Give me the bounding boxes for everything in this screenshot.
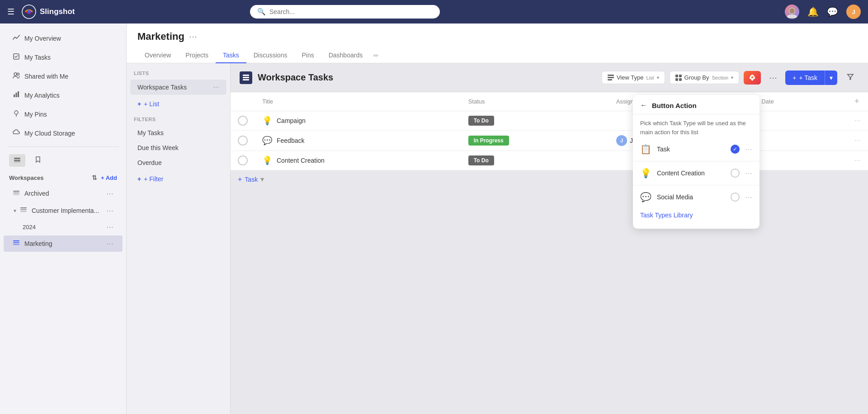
group-by-btn[interactable]: Group By Section ▾ (670, 71, 740, 84)
sidebar-item-shared-with-me[interactable]: Shared with Me (4, 67, 123, 85)
row-more-cell: ⋯ (847, 151, 868, 170)
task-option-icon: 📋 (640, 144, 651, 155)
bookmark-view-toggle[interactable] (30, 154, 46, 167)
filter-item-due-this-week[interactable]: Due this Week (130, 141, 226, 155)
add-task-row[interactable]: + Task ▾ (231, 170, 868, 188)
workspace-more-icon[interactable]: ⋯ (106, 189, 113, 198)
tab-overview[interactable]: Overview (137, 48, 178, 63)
tasks-title: Workspace Tasks (258, 72, 333, 83)
plus-icon: + (137, 175, 141, 183)
task-types-library-link[interactable]: Task Types Library (633, 207, 760, 223)
table-body: 💡 Campaign To Do ⋯ (231, 111, 868, 170)
workspace-more-icon[interactable]: ⋯ (106, 240, 113, 248)
svg-rect-16 (13, 193, 19, 193)
status-badge[interactable]: In Progress (468, 136, 509, 146)
chevron-down-icon[interactable]: ▾ (260, 175, 264, 183)
option-more-icon[interactable]: ⋯ (745, 169, 752, 178)
toolbar-more-btn[interactable]: ⋯ (765, 70, 781, 85)
list-item-workspace-tasks[interactable]: Workspace Tasks ⋯ (130, 80, 226, 95)
svg-rect-22 (13, 242, 19, 243)
status-badge[interactable]: To Do (468, 155, 494, 165)
layers-view-toggle[interactable] (9, 154, 25, 167)
sidebar-item-my-pins[interactable]: My Pins (4, 105, 123, 123)
workspace-more-icon[interactable]: ⋯ (106, 223, 113, 231)
add-col-icon[interactable]: + (854, 97, 859, 106)
workspace-item-marketing[interactable]: Marketing ⋯ (4, 235, 123, 252)
filter-label: My Tasks (137, 129, 164, 136)
dropdown-option-content-creation[interactable]: 💡 Content Creation ⋯ (633, 163, 760, 183)
edit-tabs-icon[interactable]: ✏ (373, 52, 379, 59)
task-checkbox[interactable] (238, 116, 248, 126)
view-type-btn[interactable]: View Type List ▾ (602, 71, 665, 84)
filter-item-overdue[interactable]: Overdue (130, 155, 226, 170)
workspace-sub-item-2024[interactable]: 2024 ⋯ (4, 220, 123, 235)
option-check-content-creation[interactable] (731, 169, 740, 178)
add-filter-btn[interactable]: + + Filter (130, 172, 226, 186)
task-title[interactable]: Campaign (277, 117, 306, 124)
task-type-icon: 💡 (262, 116, 272, 126)
row-more-icon[interactable]: ⋯ (854, 157, 861, 164)
filter-label: Overdue (137, 159, 162, 166)
messages-icon[interactable]: 💬 (827, 6, 838, 17)
add-task-btn-arrow[interactable]: ▾ (825, 71, 837, 85)
filter-btn[interactable] (842, 70, 859, 85)
tab-projects[interactable]: Projects (178, 48, 216, 63)
sidebar-item-my-overview[interactable]: My Overview (4, 29, 123, 47)
row-more-icon[interactable]: ⋯ (854, 137, 861, 144)
list-more-icon[interactable]: ⋯ (213, 84, 219, 91)
user-avatar-primary[interactable] (785, 5, 799, 19)
add-list-btn[interactable]: + + List (130, 97, 226, 111)
tab-tasks[interactable]: Tasks (216, 48, 246, 63)
tab-dashboards[interactable]: Dashboards (321, 48, 370, 63)
task-title[interactable]: Content Creation (277, 157, 325, 164)
option-more-icon[interactable]: ⋯ (745, 145, 752, 154)
launch-btn[interactable] (744, 71, 761, 85)
option-more-icon[interactable]: ⋯ (745, 193, 752, 202)
user-avatar-j[interactable]: J (846, 5, 861, 19)
hamburger-icon[interactable]: ☰ (7, 7, 14, 17)
task-title[interactable]: Feedback (277, 137, 304, 144)
dropdown-option-social-media[interactable]: 💬 Social Media ⋯ (633, 187, 760, 207)
workspace-more-btn[interactable]: ⋯ (189, 32, 197, 42)
task-checkbox[interactable] (238, 136, 248, 146)
workspace-more-icon[interactable]: ⋯ (106, 207, 113, 215)
task-checkbox[interactable] (238, 155, 248, 165)
row-more-cell: ⋯ (847, 131, 868, 151)
sidebar: My Overview My Tasks Shared with Me My A… (0, 24, 127, 414)
filters-section-label: FILTERS (127, 117, 230, 122)
add-workspace-btn[interactable]: + Add (101, 174, 117, 181)
sidebar-item-my-analytics[interactable]: My Analytics (4, 86, 123, 104)
title-cell: 💡 Campaign (255, 111, 461, 131)
filter-item-my-tasks[interactable]: My Tasks (130, 126, 226, 140)
svg-rect-7 (14, 94, 15, 97)
workspace-title: Marketing (137, 31, 184, 42)
workspaces-label: Workspaces (9, 174, 43, 181)
sort-icon[interactable]: ⇅ (92, 174, 97, 181)
sidebar-item-my-tasks[interactable]: My Tasks (4, 48, 123, 66)
back-btn[interactable]: ← (640, 101, 647, 109)
app-name: Slingshot (40, 7, 75, 16)
dropdown-option-task[interactable]: 📋 Task ✓ ⋯ (633, 139, 760, 159)
row-more-icon[interactable]: ⋯ (854, 117, 861, 124)
add-task-btn[interactable]: + + Task ▾ (785, 71, 837, 85)
svg-rect-19 (20, 209, 27, 210)
option-check-task[interactable]: ✓ (731, 145, 740, 154)
svg-rect-32 (675, 78, 678, 81)
toolbar-right: View Type List ▾ Group By Section ▾ (602, 70, 859, 85)
status-badge[interactable]: To Do (468, 116, 494, 126)
workspace-item-archived[interactable]: Archived ⋯ (4, 185, 123, 202)
tab-pins[interactable]: Pins (294, 48, 321, 63)
tab-discussions[interactable]: Discussions (246, 48, 295, 63)
option-check-social-media[interactable] (731, 193, 740, 202)
notifications-icon[interactable]: 🔔 (807, 6, 819, 17)
search-input[interactable] (269, 8, 433, 15)
dropdown-header: ← Button Action (633, 95, 760, 114)
svg-rect-33 (679, 78, 682, 81)
workspace-item-customer-impl[interactable]: ▼ Customer Implementa... ⋯ (4, 202, 123, 219)
add-task-btn-main[interactable]: + + Task (785, 71, 825, 85)
dropdown-divider (633, 185, 760, 185)
sidebar-item-my-cloud-storage[interactable]: My Cloud Storage (4, 124, 123, 142)
svg-rect-8 (16, 93, 17, 97)
th-actions: + (847, 92, 868, 111)
dropdown-description: Pick which Task Type will be used as the… (633, 114, 760, 139)
